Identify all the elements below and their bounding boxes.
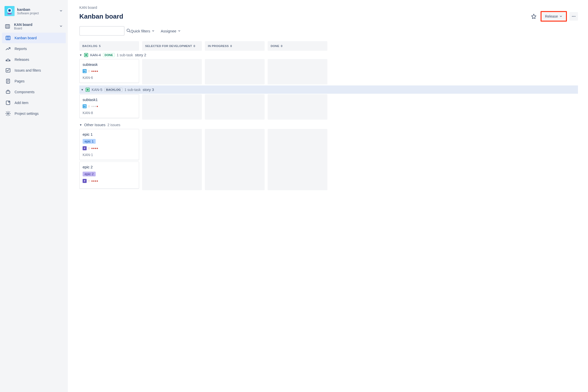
expand-icon[interactable]: ▼ (81, 88, 84, 91)
swimlane-header[interactable]: ▼KAN-5BACKLOG1 sub-taskstory 3 (79, 85, 578, 94)
svg-point-19 (7, 113, 9, 114)
issue-card[interactable]: epic 1epic 1↑KAN-1 (79, 129, 139, 160)
column-name: BACKLOG (82, 44, 97, 47)
assignee-filter-button[interactable]: Assignee (161, 29, 181, 33)
release-highlight-box: Release (541, 11, 567, 22)
reports-icon (5, 46, 11, 52)
sidebar-item-add[interactable]: Add item (2, 97, 66, 108)
issue-card[interactable]: epic 2epic 2↑ (79, 162, 139, 189)
assignee-label: Assignee (161, 29, 176, 33)
chevron-down-icon[interactable] (59, 9, 63, 13)
components-icon (5, 89, 11, 95)
sidebar-item-issues[interactable]: Issues and filters (2, 65, 66, 76)
empty-column[interactable] (268, 59, 327, 84)
sidebar-item-pages[interactable]: Pages (2, 76, 66, 86)
release-button[interactable]: Release (542, 13, 565, 20)
swimlane-header[interactable]: ▼Other Issues2 issues (79, 121, 578, 129)
column-headers: BACKLOG5SELECTED FOR DEVELOPMENT0IN PROG… (79, 41, 578, 51)
status-badge: DONE (103, 53, 115, 57)
chevron-down-icon (178, 29, 181, 32)
issue-card[interactable]: subtask1↑KAN-8 (79, 94, 139, 118)
column-header[interactable]: BACKLOG5 (79, 41, 139, 51)
priority-icon: ↑ (88, 146, 90, 150)
breadcrumb[interactable]: KAN board (79, 6, 578, 10)
epic-icon (83, 179, 87, 183)
chevron-down-icon[interactable] (59, 24, 63, 29)
empty-column[interactable] (268, 129, 327, 190)
project-header[interactable]: kanban Software project (2, 5, 66, 20)
subtask-icon (83, 69, 87, 73)
column-name: SELECTED FOR DEVELOPMENT (145, 44, 192, 47)
board-group-subtitle: Board (14, 27, 32, 30)
add-icon (5, 100, 11, 106)
subtask-icon (83, 104, 87, 108)
expand-icon[interactable]: ▼ (79, 123, 82, 126)
card-key: KAN-6 (83, 76, 136, 80)
empty-column[interactable] (268, 94, 327, 120)
sidebar-item-components[interactable]: Components (2, 87, 66, 97)
more-icon (571, 14, 576, 19)
card-key: KAN-8 (83, 111, 136, 115)
column-header[interactable]: IN PROGRESS0 (205, 41, 265, 51)
card-title: epic 2 (83, 165, 136, 169)
story-title: story 2 (135, 53, 146, 57)
star-button[interactable] (530, 12, 538, 21)
card-title: subteask (83, 62, 136, 67)
search-input-container[interactable] (79, 26, 125, 36)
epic-badge[interactable]: epic 2 (83, 172, 96, 176)
column-count: 5 (99, 44, 101, 47)
board-group-icon (5, 23, 11, 29)
priority-icon: ↑ (88, 179, 90, 183)
sidebar-item-label: Add item (15, 101, 28, 105)
empty-column[interactable] (205, 94, 265, 120)
board-group-title: KAN board (14, 23, 32, 27)
card-dots (91, 71, 98, 72)
board-icon (5, 35, 11, 41)
empty-column[interactable] (205, 59, 265, 84)
svg-point-21 (573, 16, 574, 17)
main-content: KAN board Kanban board Release (68, 0, 588, 392)
svg-point-20 (572, 16, 573, 17)
swimlane-header[interactable]: ▼KAN-4DONE1 sub-taskstory 2 (79, 51, 578, 59)
issue-card[interactable]: subteask↑KAN-6 (79, 59, 139, 83)
release-label: Release (545, 14, 558, 18)
sidebar-board-group[interactable]: KAN board Board (2, 20, 66, 32)
chevron-down-icon (559, 15, 562, 18)
empty-column[interactable] (142, 94, 202, 120)
column-name: DONE (271, 44, 279, 47)
card-dots (91, 106, 98, 107)
svg-line-24 (129, 31, 130, 32)
more-button[interactable] (569, 12, 578, 21)
story-icon (86, 88, 90, 92)
sidebar-item-label: Pages (15, 79, 25, 83)
sidebar-item-board[interactable]: Kanban board (2, 33, 66, 43)
column-header[interactable]: DONE0 (268, 41, 327, 51)
svg-rect-4 (6, 25, 10, 28)
issue-count: 2 issues (107, 123, 120, 127)
column-name: IN PROGRESS (208, 44, 229, 47)
empty-column[interactable] (205, 129, 265, 190)
card-dots (91, 180, 98, 182)
sidebar-item-label: Issues and filters (15, 68, 41, 72)
empty-column[interactable] (142, 129, 202, 190)
issue-key[interactable]: KAN-4 (90, 53, 101, 57)
quick-filters-button[interactable]: Quick filters (131, 29, 155, 33)
sidebar-item-reports[interactable]: Reports (2, 43, 66, 54)
search-input[interactable] (82, 29, 126, 33)
issue-key[interactable]: KAN-5 (92, 88, 102, 92)
sidebar-item-releases[interactable]: Releases (2, 54, 66, 65)
priority-icon: ↑ (88, 104, 90, 108)
card-dots (91, 148, 98, 149)
epic-badge[interactable]: epic 1 (83, 139, 96, 144)
project-avatar-icon (6, 8, 13, 15)
search-icon (126, 28, 131, 34)
expand-icon[interactable]: ▼ (79, 54, 82, 57)
empty-column[interactable] (142, 59, 202, 84)
project-name: kanban (17, 7, 39, 12)
svg-rect-7 (6, 36, 10, 40)
sidebar-item-settings[interactable]: Project settings (2, 108, 66, 119)
sidebar-item-label: Reports (15, 47, 27, 51)
releases-icon (5, 57, 11, 63)
column-header[interactable]: SELECTED FOR DEVELOPMENT0 (142, 41, 202, 51)
story-title: story 3 (143, 87, 154, 92)
